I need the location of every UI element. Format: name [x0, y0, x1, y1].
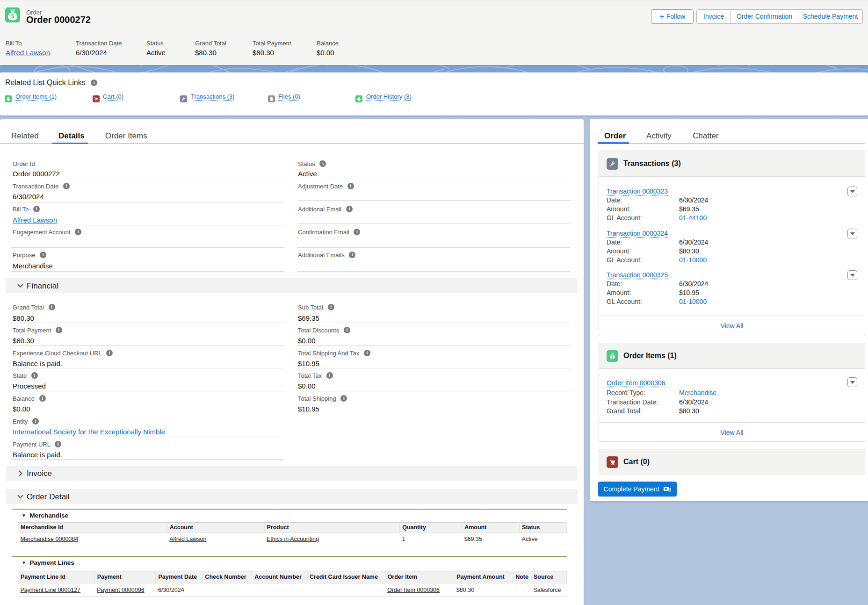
svg-text:$: $ — [612, 355, 614, 359]
svg-text:$: $ — [11, 13, 14, 20]
